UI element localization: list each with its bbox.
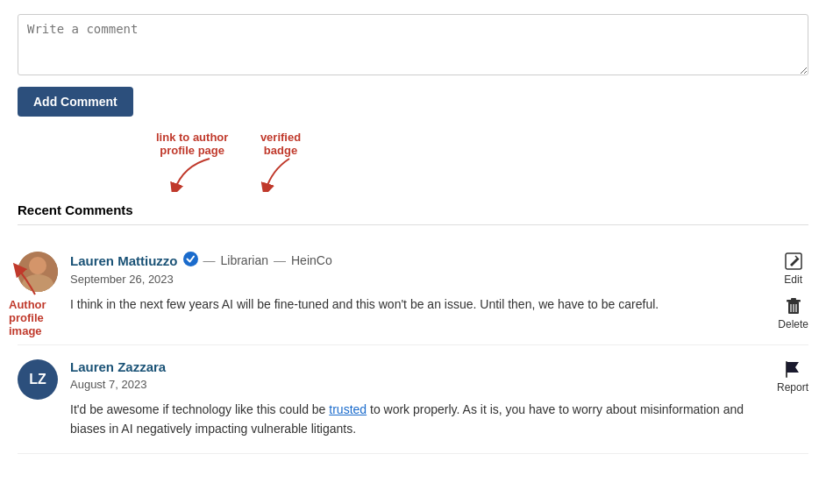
delete-label: Delete xyxy=(778,318,808,330)
avatar-wrapper: Author profile image xyxy=(18,252,58,292)
flag-icon xyxy=(783,359,802,379)
comment-actions: Report xyxy=(777,359,808,394)
annotation-author-image: Author profile image xyxy=(9,261,58,337)
comment-date: September 26, 2023 xyxy=(70,273,764,286)
annotation-arrow-link xyxy=(166,157,218,192)
comment-header: Lauren Zazzara xyxy=(70,359,763,374)
recent-comments-label: Recent Comments xyxy=(18,202,808,225)
annotation-arrow-avatar xyxy=(9,261,44,296)
annotation-layer: link to author profile page verified bad… xyxy=(18,129,808,199)
separator-2: — xyxy=(274,253,286,267)
comment-role: Librarian xyxy=(221,253,268,267)
delete-icon xyxy=(784,296,803,316)
comment-actions: Edit Delete xyxy=(778,252,808,330)
comment-body: Lauren Zazzara August 7, 2023 It'd be aw… xyxy=(70,359,763,439)
edit-label: Edit xyxy=(784,273,802,286)
table-row: Author profile image Lauren Mattiuzzo — … xyxy=(18,238,808,345)
verified-checkmark-svg xyxy=(183,252,198,266)
comment-input-section: Add Comment xyxy=(18,14,808,117)
annotation-arrow-verified xyxy=(259,157,303,192)
comment-link-trusted[interactable]: trusted xyxy=(329,402,367,416)
annotation-link-to-author: link to author profile page xyxy=(156,131,228,195)
comment-org: HeinCo xyxy=(291,253,332,267)
report-label: Report xyxy=(777,381,808,394)
delete-button[interactable]: Delete xyxy=(778,296,808,330)
separator-1: — xyxy=(203,253,216,267)
verified-badge-icon xyxy=(183,252,198,269)
add-comment-button[interactable]: Add Comment xyxy=(18,87,133,117)
comment-author-link[interactable]: Lauren Zazzara xyxy=(70,359,166,374)
comment-text: I think in the next few years AI will be… xyxy=(70,295,764,314)
edit-button[interactable]: Edit xyxy=(784,252,803,286)
comment-date: August 7, 2023 xyxy=(70,378,763,391)
edit-icon xyxy=(784,252,803,271)
comments-list: Author profile image Lauren Mattiuzzo — … xyxy=(18,238,808,454)
avatar: LZ xyxy=(18,359,58,400)
annotation-verified-badge: verified badge xyxy=(259,131,303,195)
comment-author-link[interactable]: Lauren Mattiuzzo xyxy=(70,253,178,268)
svg-rect-9 xyxy=(791,298,796,301)
table-row: LZ Lauren Zazzara August 7, 2023 It'd be… xyxy=(18,345,808,454)
comment-body: Lauren Mattiuzzo — Librarian — HeinCo Se… xyxy=(70,252,764,314)
comment-header: Lauren Mattiuzzo — Librarian — HeinCo xyxy=(70,252,764,269)
comment-text: It'd be awesome if technology like this … xyxy=(70,400,763,439)
comment-textarea[interactable] xyxy=(18,14,808,75)
report-button[interactable]: Report xyxy=(777,359,808,394)
